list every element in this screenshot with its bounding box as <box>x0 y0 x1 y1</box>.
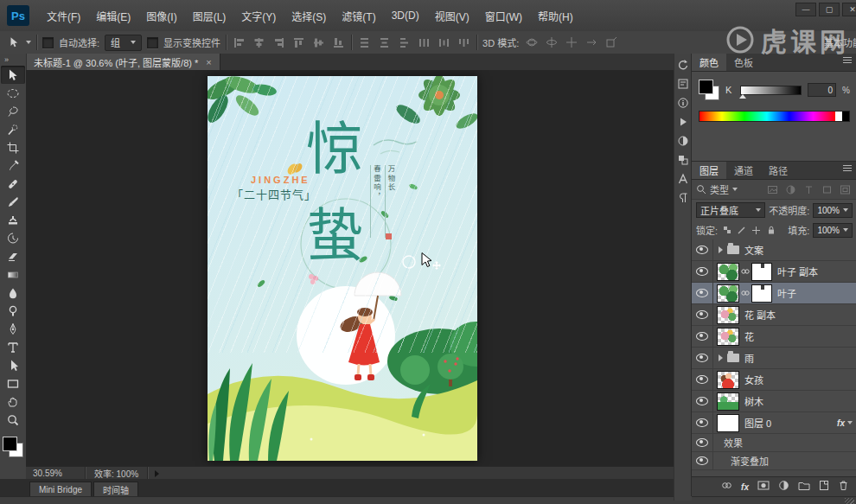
menu-edit[interactable]: 编辑(E) <box>89 6 137 26</box>
visibility-toggle[interactable] <box>692 261 713 282</box>
visibility-toggle[interactable] <box>692 283 713 303</box>
canvas-area[interactable]: 惊 蛰 JINGZHE 「二十四节气」 春雷响， 万物长 <box>26 70 674 466</box>
efficiency-indicator[interactable]: 效率: 100% <box>86 467 147 480</box>
distribute-bottom-icon[interactable] <box>397 35 412 50</box>
menu-type[interactable]: 文字(Y) <box>234 6 283 26</box>
layer-style-icon[interactable]: fx <box>741 482 749 492</box>
layer-thumbnail[interactable] <box>717 263 739 281</box>
new-group-icon[interactable] <box>798 481 810 494</box>
resize-grip[interactable] <box>845 498 854 504</box>
tool-gradient[interactable] <box>1 265 25 284</box>
tool-blur[interactable] <box>1 284 25 302</box>
tool-rectangle[interactable] <box>1 374 25 392</box>
menu-3d[interactable]: 3D(D) <box>385 7 426 24</box>
delete-layer-icon[interactable] <box>838 480 849 494</box>
lock-all-icon[interactable] <box>765 223 776 238</box>
slider-handle[interactable] <box>739 94 746 99</box>
new-layer-icon[interactable] <box>819 480 829 494</box>
layer-row-group[interactable]: 文案 <box>692 239 856 261</box>
k-value-field[interactable]: 0 <box>808 83 836 97</box>
tool-history-brush[interactable] <box>1 229 25 247</box>
layer-mask-thumbnail[interactable] <box>751 284 772 303</box>
auto-select-dropdown[interactable]: 组 <box>105 35 142 51</box>
info-panel-icon[interactable] <box>676 96 690 110</box>
tool-crop[interactable] <box>1 138 25 156</box>
tool-dodge[interactable] <box>1 302 25 320</box>
adjustments-panel-icon[interactable] <box>676 134 690 148</box>
distribute-top-icon[interactable] <box>357 35 372 50</box>
add-mask-icon[interactable] <box>757 480 770 494</box>
tab-paths[interactable]: 路径 <box>761 162 795 179</box>
menu-select[interactable]: 选择(S) <box>284 6 333 26</box>
tool-move[interactable] <box>1 66 25 84</box>
workspace-switcher[interactable]: 基本功能 <box>824 35 856 49</box>
tool-type[interactable] <box>1 338 25 356</box>
layer-thumbnail[interactable] <box>717 414 739 432</box>
properties-panel-icon[interactable] <box>676 77 690 91</box>
layer-row[interactable]: 花 <box>692 326 856 348</box>
panel-menu-icon[interactable] <box>842 163 856 179</box>
color-spectrum-ramp[interactable] <box>699 111 850 122</box>
distribute-vcenter-icon[interactable] <box>377 35 392 50</box>
foreground-color-swatch[interactable] <box>3 437 17 451</box>
visibility-toggle[interactable] <box>692 452 713 469</box>
adjustment-layer-icon[interactable] <box>778 480 789 494</box>
panel-menu-icon[interactable] <box>842 54 856 71</box>
history-panel-icon[interactable] <box>676 58 690 72</box>
visibility-toggle[interactable] <box>692 326 713 347</box>
lock-transparency-icon[interactable] <box>721 223 732 238</box>
k-channel-slider[interactable] <box>740 86 802 95</box>
filter-shape-icon[interactable] <box>820 182 834 197</box>
filter-pixel-icon[interactable] <box>765 182 780 197</box>
3d-orbit-icon[interactable] <box>524 35 539 50</box>
status-flyout-arrow[interactable] <box>155 470 159 477</box>
align-hcenter-icon[interactable] <box>252 35 266 50</box>
opacity-field[interactable]: 100% <box>813 203 853 218</box>
menu-image[interactable]: 图像(I) <box>139 6 183 26</box>
3d-scale-icon[interactable] <box>604 35 618 50</box>
group-collapse-triangle[interactable] <box>719 354 723 361</box>
filter-adjustment-icon[interactable] <box>783 182 798 197</box>
lock-pixels-icon[interactable] <box>736 223 747 238</box>
distribute-left-icon[interactable] <box>417 35 431 50</box>
tool-brush[interactable] <box>1 193 25 211</box>
character-panel-icon[interactable] <box>676 172 690 186</box>
align-vcenter-icon[interactable] <box>311 35 326 50</box>
tool-eraser[interactable] <box>1 247 25 265</box>
layer-row[interactable]: 花 副本 <box>692 304 856 326</box>
filter-smart-object-icon[interactable] <box>838 182 853 197</box>
tool-healing-brush[interactable] <box>1 175 25 193</box>
visibility-toggle[interactable] <box>692 391 713 411</box>
foreground-color-chip[interactable] <box>699 80 713 94</box>
distribute-right-icon[interactable] <box>457 35 471 50</box>
visibility-toggle[interactable] <box>692 348 713 368</box>
layer-row[interactable]: 树木 <box>692 391 856 412</box>
link-layers-icon[interactable] <box>721 480 732 494</box>
filter-type-text-icon[interactable] <box>802 182 816 197</box>
styles-panel-icon[interactable] <box>676 153 690 167</box>
zoom-level[interactable]: 30.59% <box>26 469 85 478</box>
restore-button[interactable]: ▢ <box>819 3 840 16</box>
3d-roll-icon[interactable] <box>544 35 559 50</box>
effect-row[interactable]: 渐变叠加 <box>692 452 856 470</box>
visibility-toggle[interactable] <box>692 434 713 451</box>
tab-timeline[interactable]: 时间轴 <box>93 482 138 496</box>
actions-panel-icon[interactable] <box>676 115 690 129</box>
document-tab[interactable]: 未标题-1 @ 30.6% (叶子, 图层蒙版/8) * × <box>26 54 220 70</box>
group-collapse-triangle[interactable] <box>719 246 723 253</box>
layer-row[interactable]: 女孩 <box>692 369 856 391</box>
layer-thumbnail[interactable] <box>717 306 739 324</box>
effects-header-row[interactable]: 效果 <box>692 434 856 452</box>
paragraph-panel-icon[interactable] <box>676 191 690 205</box>
close-button[interactable]: ✕ <box>842 3 856 16</box>
blend-mode-select[interactable]: 正片叠底 <box>696 202 765 218</box>
tool-clone-stamp[interactable] <box>1 211 25 229</box>
color-panel-swatches[interactable] <box>699 80 719 100</box>
tool-marquee[interactable] <box>1 84 25 102</box>
layer-mask-thumbnail[interactable] <box>751 263 772 281</box>
layer-row-group[interactable]: 雨 <box>692 348 856 369</box>
chevron-down-icon[interactable] <box>732 188 738 191</box>
tool-zoom[interactable] <box>1 411 25 429</box>
menu-view[interactable]: 视图(V) <box>428 6 476 26</box>
tool-path-selection[interactable] <box>1 356 25 374</box>
